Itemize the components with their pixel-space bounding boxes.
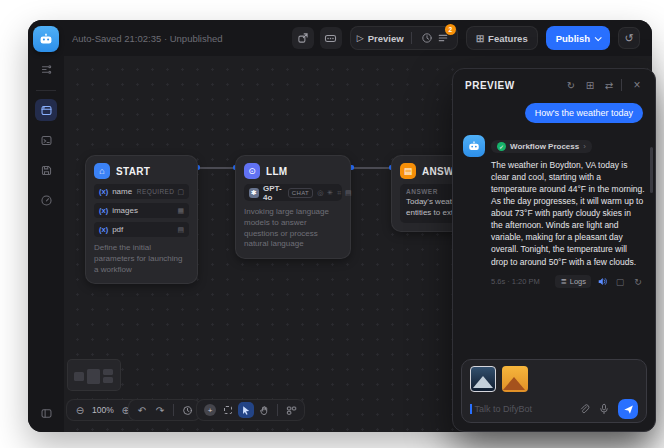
redo-button[interactable]: ↷ bbox=[152, 402, 168, 418]
add-note-button[interactable] bbox=[220, 402, 236, 418]
features-button[interactable]: ⊞ Features bbox=[466, 26, 538, 50]
restart-conversation-button[interactable]: ↻ bbox=[563, 77, 579, 93]
change-history-button[interactable] bbox=[179, 402, 195, 418]
logs-label: Logs bbox=[570, 277, 586, 286]
add-block-button[interactable]: + bbox=[202, 402, 218, 418]
user-message-bubble: How's the weather today bbox=[525, 103, 643, 123]
model-selector[interactable]: ✱ GPT-4o CHAT ◎ ✳ ⌗ ▤ bbox=[244, 184, 342, 201]
text-caret bbox=[470, 404, 472, 414]
layout-grid-icon bbox=[286, 405, 297, 416]
zoom-out-button[interactable]: ⊖ bbox=[72, 402, 88, 418]
node-start[interactable]: ⌂ START (x) name REQUIRED ▢ (x) images ▦… bbox=[85, 155, 198, 284]
preview-header: PREVIEW ↻ ⊞ ⇄ × bbox=[453, 69, 655, 99]
note-frame-icon bbox=[224, 406, 232, 414]
variable-row-images[interactable]: (x) images ▦ bbox=[94, 203, 189, 218]
chevron-down-icon bbox=[595, 34, 602, 41]
variable-type-tag: (x) bbox=[99, 225, 108, 234]
checklist-button[interactable]: 2 bbox=[435, 30, 451, 46]
edge-start-llm bbox=[198, 167, 236, 169]
start-node-header[interactable]: ⌂ START bbox=[86, 156, 197, 184]
sidebar-item-workflow[interactable] bbox=[35, 58, 57, 80]
sidebar-item-monitoring[interactable] bbox=[35, 189, 57, 211]
undo-button[interactable]: ↶ bbox=[134, 402, 150, 418]
uploaded-image-thumbnail-1[interactable] bbox=[470, 366, 496, 392]
swap-panel-button[interactable]: ⇄ bbox=[601, 77, 617, 93]
variable-row-pdf[interactable]: (x) pdf ▤ bbox=[94, 222, 189, 237]
run-history-button[interactable] bbox=[419, 30, 435, 46]
llm-node-header[interactable]: ⊙ LLM bbox=[236, 156, 350, 184]
openai-logo-icon: ✱ bbox=[249, 188, 259, 198]
node-llm[interactable]: ⊙ LLM ✱ GPT-4o CHAT ◎ ✳ ⌗ ▤ Invoking lar… bbox=[235, 155, 351, 259]
open-in-new-icon bbox=[297, 32, 309, 44]
image-icon: ▦ bbox=[177, 207, 184, 215]
collapse-panel-button[interactable] bbox=[35, 402, 57, 424]
features-icon: ⊞ bbox=[476, 33, 484, 44]
zoom-level[interactable]: 100% bbox=[90, 405, 116, 415]
variable-type-tag: (x) bbox=[99, 187, 108, 196]
chat-composer: Talk to DifyBot bbox=[461, 359, 647, 423]
close-preview-button[interactable]: × bbox=[629, 77, 645, 93]
sidebar-divider bbox=[36, 90, 56, 91]
send-message-button[interactable] bbox=[618, 399, 638, 419]
bot-message-text: The weather in Boydton, VA today is clea… bbox=[491, 159, 645, 268]
start-node-title: START bbox=[116, 166, 150, 177]
variable-row-name[interactable]: (x) name REQUIRED ▢ bbox=[94, 184, 189, 199]
publish-label: Publish bbox=[556, 33, 590, 44]
app-logo[interactable] bbox=[33, 26, 59, 52]
voice-input-button[interactable] bbox=[596, 401, 612, 417]
hand-mode-button[interactable] bbox=[256, 402, 272, 418]
message-meta: 5.6s · 1:20 PM bbox=[491, 277, 555, 286]
toolbar-divider bbox=[277, 404, 278, 416]
message-footer: 5.6s · 1:20 PM ≣ Logs ▢ bbox=[491, 275, 645, 289]
sidebar-item-api[interactable] bbox=[35, 129, 57, 151]
regenerate-button[interactable]: ↻ bbox=[631, 275, 645, 289]
pointer-mode-button[interactable] bbox=[238, 402, 254, 418]
chevron-right-icon: › bbox=[583, 142, 586, 151]
preview-run-label: Preview bbox=[368, 33, 404, 44]
api-reference-button[interactable] bbox=[320, 27, 342, 49]
checklist-count-badge: 2 bbox=[445, 24, 456, 35]
organize-blocks-button[interactable] bbox=[283, 402, 299, 418]
version-history-button[interactable]: ↺ bbox=[618, 27, 640, 49]
sidebar-item-logs[interactable] bbox=[35, 159, 57, 181]
workflow-process-toggle[interactable]: ✓ Workflow Process › bbox=[491, 140, 592, 153]
close-icon: × bbox=[633, 78, 640, 92]
panel-scrollbar[interactable] bbox=[650, 147, 653, 193]
clock-icon bbox=[421, 32, 433, 44]
copy-button[interactable]: ▢ bbox=[613, 275, 627, 289]
plus-circle-icon: + bbox=[204, 404, 216, 416]
save-disk-icon bbox=[40, 164, 53, 177]
open-app-button[interactable] bbox=[292, 27, 314, 49]
send-plane-icon bbox=[623, 404, 634, 415]
file-icon: ▤ bbox=[177, 226, 184, 234]
preview-run-group: ▷ Preview bbox=[350, 26, 458, 50]
features-label: Features bbox=[488, 33, 528, 44]
uploaded-image-thumbnail-2[interactable] bbox=[502, 366, 528, 392]
mode-toolbar: + bbox=[196, 399, 305, 421]
speaker-icon bbox=[597, 276, 608, 287]
regenerate-icon: ↻ bbox=[634, 277, 642, 287]
tools-capability-icon: ✳ bbox=[327, 189, 333, 197]
hand-grab-icon bbox=[259, 405, 270, 416]
variable-name: name bbox=[112, 187, 132, 196]
read-aloud-button[interactable] bbox=[595, 275, 609, 289]
sidebar-item-orchestrate[interactable] bbox=[35, 99, 57, 121]
message-input[interactable]: Talk to DifyBot bbox=[475, 404, 573, 414]
new-window-button[interactable]: ⊞ bbox=[582, 77, 598, 93]
autosave-status: Auto-Saved 21:02:35 · Unpublished bbox=[72, 33, 223, 44]
bot-avatar bbox=[463, 135, 485, 157]
attach-file-button[interactable] bbox=[576, 401, 592, 417]
window-icon bbox=[40, 104, 53, 117]
start-node-description: Define the initial parameters for launch… bbox=[94, 243, 189, 275]
bot-message-row: ✓ Workflow Process › The weather in Boyd… bbox=[463, 135, 645, 289]
robot-icon bbox=[467, 139, 481, 153]
logs-button[interactable]: ≣ Logs bbox=[555, 275, 591, 288]
publish-button[interactable]: Publish bbox=[546, 26, 610, 50]
llm-node-title: LLM bbox=[266, 166, 287, 177]
copy-icon: ▢ bbox=[616, 277, 625, 287]
preview-run-button[interactable]: ▷ Preview bbox=[357, 33, 404, 44]
zoom-out-icon: ⊖ bbox=[76, 405, 84, 416]
gauge-icon bbox=[40, 194, 53, 207]
variable-name: pdf bbox=[112, 225, 123, 234]
minimap[interactable] bbox=[67, 359, 121, 391]
